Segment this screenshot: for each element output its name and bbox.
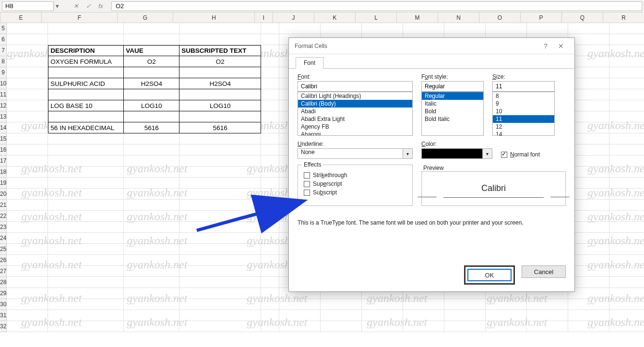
list-item[interactable]: Calibri (Body) <box>298 100 412 108</box>
list-item[interactable]: Abadi <box>298 108 412 115</box>
row-header[interactable]: 32 <box>0 321 6 332</box>
cell[interactable] <box>48 189 124 200</box>
cell[interactable] <box>7 122 48 133</box>
cell[interactable] <box>48 211 124 222</box>
row-header[interactable]: 18 <box>0 167 6 178</box>
cell[interactable] <box>609 178 644 189</box>
list-item[interactable]: 14 <box>493 131 554 136</box>
cell[interactable] <box>48 244 124 255</box>
row-header[interactable]: 19 <box>0 178 6 189</box>
cell[interactable] <box>7 156 48 167</box>
cell[interactable] <box>609 255 644 266</box>
cell[interactable] <box>261 178 279 189</box>
cell[interactable] <box>48 277 124 288</box>
cell[interactable] <box>7 133 48 144</box>
cell[interactable] <box>609 233 644 244</box>
cell[interactable] <box>7 211 48 222</box>
cell[interactable] <box>279 23 321 34</box>
cell[interactable] <box>609 310 644 321</box>
cell[interactable] <box>124 178 179 189</box>
cell[interactable]: OXYGEN FORMULA <box>48 56 124 67</box>
cell[interactable] <box>609 45 644 56</box>
cell[interactable] <box>124 277 179 288</box>
cell[interactable] <box>7 78 48 89</box>
formula-input[interactable]: O2 <box>111 1 642 11</box>
cell[interactable] <box>124 111 179 122</box>
cell[interactable] <box>7 67 48 78</box>
cell[interactable] <box>261 89 279 100</box>
cell[interactable] <box>362 321 403 332</box>
cell[interactable] <box>261 211 279 222</box>
cell[interactable] <box>179 222 261 233</box>
cell[interactable] <box>568 310 609 321</box>
cell[interactable] <box>7 144 48 156</box>
cell[interactable] <box>124 310 179 321</box>
cell[interactable] <box>609 299 644 310</box>
cell[interactable] <box>124 233 179 244</box>
cell[interactable] <box>486 310 527 321</box>
row-header[interactable]: 10 <box>0 78 6 89</box>
cell[interactable] <box>527 23 568 34</box>
cell[interactable] <box>261 23 279 34</box>
row-header[interactable]: 24 <box>0 233 6 244</box>
cell[interactable] <box>261 200 279 211</box>
list-item[interactable]: 10 <box>493 108 554 115</box>
cell[interactable] <box>124 288 179 299</box>
row-header[interactable]: 15 <box>0 133 6 144</box>
cell[interactable] <box>261 111 279 122</box>
accept-formula-icon[interactable]: ✓ <box>84 2 92 10</box>
cell[interactable] <box>279 299 321 310</box>
cell[interactable] <box>261 144 279 156</box>
col-header[interactable]: H <box>173 12 255 23</box>
cell[interactable] <box>179 266 261 277</box>
cell[interactable] <box>279 310 321 321</box>
font-input[interactable] <box>298 81 413 92</box>
row-header[interactable]: 22 <box>0 211 6 222</box>
cell[interactable] <box>609 144 644 156</box>
cell[interactable] <box>609 100 644 111</box>
cell[interactable] <box>48 299 124 310</box>
col-header[interactable]: N <box>438 12 479 23</box>
row-header[interactable]: 14 <box>0 122 6 133</box>
cell[interactable] <box>179 34 261 45</box>
cell[interactable]: 5616 <box>124 122 179 133</box>
cell[interactable] <box>179 133 261 144</box>
cell[interactable] <box>261 45 279 56</box>
cell[interactable]: 5616 <box>179 122 261 133</box>
cell[interactable] <box>609 211 644 222</box>
cell[interactable] <box>362 299 403 310</box>
name-box[interactable]: H8 <box>2 1 54 11</box>
cell[interactable] <box>568 321 609 332</box>
cell[interactable] <box>486 321 527 332</box>
cell[interactable] <box>609 277 644 288</box>
cell[interactable] <box>261 321 279 332</box>
row-header[interactable]: 23 <box>0 222 6 233</box>
cell[interactable] <box>48 34 124 45</box>
cell[interactable] <box>261 233 279 244</box>
cell[interactable] <box>48 255 124 266</box>
cell[interactable] <box>48 89 124 100</box>
cell[interactable] <box>7 321 48 332</box>
cell[interactable]: SUBSCRIPTED TEXT <box>179 45 261 56</box>
list-item[interactable]: 8 <box>493 92 554 100</box>
cell[interactable] <box>179 211 261 222</box>
font-style-input[interactable] <box>421 81 484 92</box>
col-header[interactable]: I <box>255 12 273 23</box>
cell[interactable] <box>609 288 644 299</box>
cell[interactable] <box>403 299 444 310</box>
subscript-checkbox[interactable]: Subscript <box>304 189 406 196</box>
cell[interactable] <box>261 78 279 89</box>
cell[interactable] <box>444 321 486 332</box>
cell[interactable] <box>7 222 48 233</box>
cell[interactable] <box>261 67 279 78</box>
cell[interactable] <box>124 156 179 167</box>
cell[interactable]: 56 IN HEXADECIMAL <box>48 122 124 133</box>
cell[interactable] <box>444 23 486 34</box>
cell[interactable]: H2SO4 <box>124 78 179 89</box>
row-header[interactable]: 31 <box>0 310 6 321</box>
cell[interactable]: O2 <box>179 56 261 67</box>
cell[interactable]: SULPHURIC ACID <box>48 78 124 89</box>
cell[interactable]: O2 <box>124 56 179 67</box>
cell[interactable] <box>179 67 261 78</box>
font-style-listbox[interactable]: RegularItalicBoldBold Italic <box>421 92 484 136</box>
